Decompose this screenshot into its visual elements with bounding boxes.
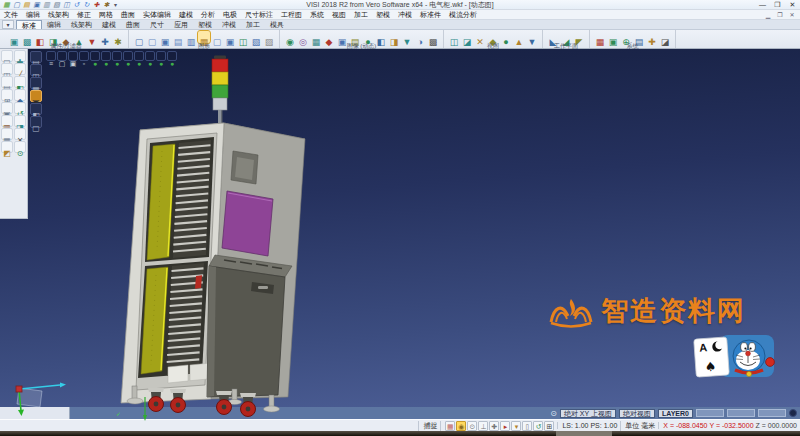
viewport-toolbar-icon[interactable]: ≡	[46, 51, 56, 61]
menu-item[interactable]: 工程图	[277, 10, 306, 20]
left-toolbar-icon[interactable]: ▤	[1, 76, 13, 88]
maximize-button[interactable]: ❐	[770, 0, 785, 9]
left-toolbar-icon[interactable]: ⊞	[1, 89, 13, 101]
units-value[interactable]: 毫米	[641, 421, 655, 431]
toolbar-tab[interactable]: 建模	[97, 20, 121, 29]
ribbon-icon[interactable]: ▤	[172, 31, 184, 43]
ribbon-icon[interactable]: ◑	[414, 31, 426, 43]
snap-toggle-icon[interactable]: ↺	[533, 421, 543, 431]
ribbon-icon[interactable]: ◉	[284, 31, 296, 43]
ribbon-icon[interactable]: ▣	[8, 31, 20, 43]
quick-access-more-icon[interactable]: ▾	[114, 1, 117, 8]
toolbar-tab[interactable]: 冲模	[217, 20, 241, 29]
ribbon-icon[interactable]: ▩	[21, 31, 33, 43]
layer-field[interactable]: LAYER0	[658, 409, 693, 418]
quick-access-icon[interactable]: ✚	[92, 1, 101, 9]
menu-item[interactable]: 加工	[350, 10, 372, 20]
view-reference-field[interactable]: 绝对视图	[619, 409, 655, 418]
ribbon-icon[interactable]: ✚	[646, 31, 658, 43]
left-toolbar-icon[interactable]: ◩	[1, 141, 13, 153]
quick-access-icon[interactable]: ↺	[72, 1, 81, 9]
ribbon-icon[interactable]: ⊕	[620, 31, 632, 43]
toolbar-tab[interactable]: 塑模	[193, 20, 217, 29]
ribbon-icon[interactable]: ▢	[133, 31, 145, 43]
viewport-toolbar-icon[interactable]: ▢	[57, 51, 67, 61]
ribbon-icon[interactable]: ▦	[198, 31, 210, 43]
left-toolbar-icon[interactable]: ◆	[14, 89, 26, 101]
ribbon-icon[interactable]: ▣	[607, 31, 619, 43]
left-toolbar-icon[interactable]: ✚	[14, 50, 26, 62]
toolbar-tab[interactable]: 尺寸	[145, 20, 169, 29]
ribbon-icon[interactable]: ▩	[427, 31, 439, 43]
ribbon-icon[interactable]: ●	[500, 31, 512, 43]
menu-item[interactable]: 曲面	[117, 10, 139, 20]
menu-item[interactable]: 尺寸标注	[241, 10, 277, 20]
view-mode-field[interactable]: 绝对 XY 上视图	[560, 409, 616, 418]
ribbon-icon[interactable]: ▧	[250, 31, 262, 43]
toolbar-tab[interactable]: 编辑	[42, 20, 66, 29]
ribbon-icon[interactable]: ▣	[224, 31, 236, 43]
ribbon-icon[interactable]: ◤	[573, 31, 585, 43]
ribbon-icon[interactable]: ✕	[474, 31, 486, 43]
snap-toggle-icon[interactable]: ⊥	[478, 421, 488, 431]
ribbon-icon[interactable]: ◫	[237, 31, 249, 43]
toolbar-tab[interactable]: 曲面	[121, 20, 145, 29]
snap-toggle-icon[interactable]: ◉	[456, 421, 466, 431]
left-toolbar-icon[interactable]: ▣	[1, 102, 13, 114]
ribbon-icon[interactable]: ✚	[99, 31, 111, 43]
left-toolbar-icon[interactable]: ▦	[1, 128, 13, 140]
viewport-toolbar-icon[interactable]: ●	[90, 51, 100, 61]
snap-toggle-icon[interactable]: ▾	[511, 421, 521, 431]
ribbon-icon[interactable]: ▨	[263, 31, 275, 43]
ribbon-icon[interactable]: ◧	[34, 31, 46, 43]
ribbon-icon[interactable]: ▼	[86, 31, 98, 43]
left-toolbar-icon[interactable]: ↺	[14, 102, 26, 114]
ribbon-icon[interactable]: ▲	[73, 31, 85, 43]
palette-icon[interactable]: ▢	[30, 116, 42, 128]
menu-item[interactable]: 模流分析	[445, 10, 481, 20]
status-color-block[interactable]	[696, 409, 724, 417]
ribbon-icon[interactable]: ▼	[401, 31, 413, 43]
status-color-block[interactable]	[727, 409, 755, 417]
search-icon[interactable]: ⊙	[550, 409, 557, 418]
ribbon-icon[interactable]: ▲	[513, 31, 525, 43]
quick-access-icon[interactable]: ✱	[102, 1, 111, 9]
ribbon-icon[interactable]: ◆	[60, 31, 72, 43]
snap-toggle-icon[interactable]: ▦	[445, 421, 455, 431]
viewport-toolbar-icon[interactable]: ▫	[79, 51, 89, 61]
menu-item[interactable]: 网格	[95, 10, 117, 20]
toolbar-tab[interactable]: 应用	[169, 20, 193, 29]
viewport-toolbar-icon[interactable]: ●	[101, 51, 111, 61]
electrical-cabinet-model[interactable]	[112, 51, 312, 423]
left-toolbar-icon[interactable]: ⊙	[14, 141, 26, 153]
viewport-toolbar-icon[interactable]: ▣	[68, 51, 78, 61]
ribbon-icon[interactable]: ▢	[211, 31, 223, 43]
left-toolbar-icon[interactable]: ◧	[14, 76, 26, 88]
palette-icon[interactable]: ▣	[30, 90, 42, 102]
ribbon-icon[interactable]: ●	[362, 31, 374, 43]
ribbon-icon[interactable]: ▼	[526, 31, 538, 43]
ribbon-icon[interactable]: ◆	[323, 31, 335, 43]
ribbon-icon[interactable]: ▣	[336, 31, 348, 43]
menu-item[interactable]: 电极	[219, 10, 241, 20]
menu-item[interactable]: 标准件	[416, 10, 445, 20]
palette-icon[interactable]: ◧	[30, 103, 42, 115]
minimize-button[interactable]: —	[755, 0, 770, 9]
toolbar-tab[interactable]: 加工	[241, 20, 265, 29]
menu-item[interactable]: 视图	[328, 10, 350, 20]
ribbon-icon[interactable]: ◎	[297, 31, 309, 43]
ribbon-icon[interactable]: ◪	[659, 31, 671, 43]
3d-viewport-canvas[interactable]: ≡▢▣▫●●●●●●●● ▤◫▦▣◧▢	[0, 49, 800, 407]
quick-access-icon[interactable]: ▧	[52, 1, 61, 9]
ribbon-icon[interactable]: ◨	[47, 31, 59, 43]
menu-item[interactable]: 建模	[175, 10, 197, 20]
menu-item[interactable]: 文件	[0, 10, 22, 20]
quick-access-icon[interactable]: ▤	[22, 1, 31, 9]
quick-access-icon[interactable]: ▦	[2, 1, 11, 9]
quick-access-icon[interactable]: ↻	[82, 1, 91, 9]
ribbon-icon[interactable]: ▤	[349, 31, 361, 43]
status-color-block[interactable]	[758, 409, 786, 417]
status-color-dot[interactable]	[789, 409, 797, 417]
palette-icon[interactable]: ▦	[30, 77, 42, 89]
snap-toggle-icon[interactable]: ✚	[489, 421, 499, 431]
